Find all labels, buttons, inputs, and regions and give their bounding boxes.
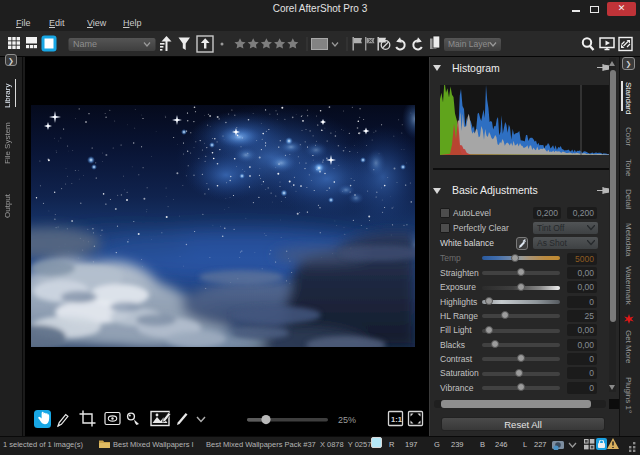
svg-text:25%: 25% (338, 415, 356, 425)
svg-text:1:1: 1:1 (391, 415, 402, 424)
svg-text:Main Layer: Main Layer (448, 39, 490, 49)
svg-text:Name: Name (73, 39, 97, 49)
